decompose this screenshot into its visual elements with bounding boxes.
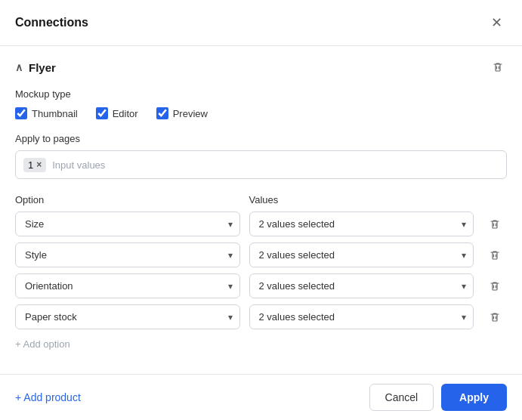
preview-checkbox-item[interactable]: Preview [156, 107, 208, 119]
thumbnail-label: Thumbnail [32, 108, 78, 119]
pages-input-container[interactable]: 1 × Input values [15, 150, 507, 179]
values-select-3[interactable]: 2 values selected [249, 304, 474, 329]
apply-button[interactable]: Apply [441, 384, 507, 411]
section-header: ∧ Flyer [15, 58, 507, 76]
close-icon: ✕ [491, 14, 502, 31]
option-select-3[interactable]: Size Style Orientation Paper stock [15, 304, 240, 329]
trash-icon [489, 249, 501, 261]
editor-checkbox[interactable] [96, 107, 108, 119]
options-table-header: Option Values [15, 194, 507, 205]
delete-section-button[interactable] [489, 58, 507, 76]
page-tag-value: 1 [28, 159, 33, 171]
footer-actions: Cancel Apply [369, 384, 507, 411]
trash-icon [489, 311, 501, 323]
page-tag: 1 × [23, 158, 46, 172]
values-select-wrapper-2: 2 values selected ▾ [249, 273, 474, 298]
chevron-up-icon: ∧ [15, 61, 23, 73]
options-table: Option Values Size Style Orientation Pap… [15, 194, 507, 329]
option-column-header: Option [15, 194, 240, 205]
section-name: Flyer [29, 61, 56, 74]
dialog-header: Connections ✕ [0, 0, 522, 46]
thumbnail-checkbox[interactable] [15, 107, 27, 119]
delete-row-button-0[interactable] [483, 215, 507, 233]
delete-row-button-2[interactable] [483, 277, 507, 295]
pages-placeholder: Input values [52, 159, 105, 171]
values-select-0[interactable]: 2 values selected [249, 212, 474, 236]
mockup-type-label: Mockup type [15, 88, 507, 100]
cancel-button[interactable]: Cancel [369, 384, 434, 411]
mockup-type-group: Thumbnail Editor Preview [15, 107, 507, 119]
option-select-0[interactable]: Size Style Orientation Paper stock [15, 212, 240, 236]
values-select-1[interactable]: 2 values selected [249, 242, 474, 267]
values-column-header: Values [249, 194, 474, 205]
trash-icon [489, 280, 501, 292]
option-select-wrapper-1: Size Style Orientation Paper stock ▾ [15, 242, 240, 267]
dialog-content: ∧ Flyer Mockup type Thumbnail Editor Pre… [0, 46, 522, 374]
trash-icon [492, 61, 504, 73]
option-select-1[interactable]: Size Style Orientation Paper stock [15, 242, 240, 267]
values-select-wrapper-0: 2 values selected ▾ [249, 212, 474, 236]
editor-checkbox-item[interactable]: Editor [96, 107, 138, 119]
table-row: Size Style Orientation Paper stock ▾ 2 v… [15, 212, 507, 236]
add-product-button[interactable]: + Add product [15, 388, 81, 406]
delete-row-button-3[interactable] [483, 308, 507, 326]
section-title-group: ∧ Flyer [15, 61, 56, 74]
page-tag-remove[interactable]: × [36, 159, 42, 170]
values-select-wrapper-3: 2 values selected ▾ [249, 304, 474, 329]
values-select-wrapper-1: 2 values selected ▾ [249, 242, 474, 267]
preview-checkbox[interactable] [156, 107, 168, 119]
table-row: Size Style Orientation Paper stock ▾ 2 v… [15, 242, 507, 267]
table-row: Size Style Orientation Paper stock ▾ 2 v… [15, 304, 507, 329]
close-button[interactable]: ✕ [486, 12, 507, 33]
option-select-wrapper-0: Size Style Orientation Paper stock ▾ [15, 212, 240, 236]
option-select-wrapper-2: Size Style Orientation Paper stock ▾ [15, 273, 240, 298]
table-row: Size Style Orientation Paper stock ▾ 2 v… [15, 273, 507, 298]
dialog-title: Connections [15, 16, 88, 29]
option-select-2[interactable]: Size Style Orientation Paper stock [15, 273, 240, 298]
thumbnail-checkbox-item[interactable]: Thumbnail [15, 107, 78, 119]
dialog-footer: + Add product Cancel Apply [0, 374, 522, 420]
apply-to-pages-label: Apply to pages [15, 133, 507, 144]
delete-row-button-1[interactable] [483, 246, 507, 264]
add-option-button[interactable]: + Add option [15, 335, 70, 353]
preview-label: Preview [173, 108, 208, 119]
trash-icon [489, 218, 501, 230]
option-select-wrapper-3: Size Style Orientation Paper stock ▾ [15, 304, 240, 329]
values-select-2[interactable]: 2 values selected [249, 273, 474, 298]
editor-label: Editor [113, 108, 138, 119]
